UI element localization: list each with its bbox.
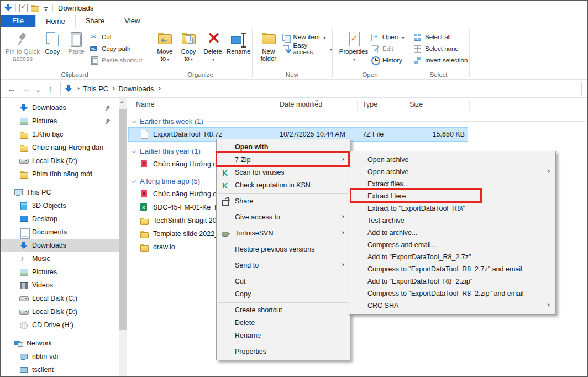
- submenu-item-extract-files[interactable]: Extract files...: [349, 178, 555, 190]
- cube-icon: [19, 201, 28, 210]
- column-divider[interactable]: [277, 101, 277, 110]
- menu-item-scan-for-viruses[interactable]: Scan for viruses: [217, 166, 350, 179]
- menu-item-send-to[interactable]: Send to: [217, 259, 350, 272]
- submenu-item-compress-to-7z-email[interactable]: Compress to "ExportDataTool_R8_2.7z" and…: [349, 263, 555, 275]
- pin-to-quick-access-button[interactable]: Pin to Quick access: [5, 28, 40, 70]
- submenu-item-extract-here[interactable]: Extract Here: [349, 190, 555, 202]
- sidebar-item-pictures[interactable]: Pictures: [1, 265, 119, 279]
- qat-properties-icon[interactable]: [19, 3, 28, 12]
- menu-item-properties[interactable]: Properties: [217, 345, 350, 358]
- qat-new-folder-icon[interactable]: [30, 3, 39, 12]
- paste-shortcut-button[interactable]: Paste shortcut: [90, 54, 143, 66]
- sidebar-item-network[interactable]: Network: [1, 337, 119, 350]
- sidebar-item-this-pc[interactable]: This PC: [1, 186, 119, 199]
- submenu-item-compress-to-zip-email[interactable]: Compress to "ExportDataTool_R8_2.zip" an…: [349, 287, 555, 300]
- menu-item-give-access-to[interactable]: Give access to: [217, 211, 350, 224]
- sidebar-item-nbtin-vdi[interactable]: nbtin-vdi: [1, 350, 119, 363]
- breadcrumb-downloads[interactable]: Downloads: [118, 85, 154, 93]
- submenu-item-open-archive-2[interactable]: Open archive: [349, 166, 555, 178]
- column-divider[interactable]: [357, 101, 358, 110]
- menu-item-rename[interactable]: Rename: [217, 329, 350, 342]
- sidebar-item-phim-tinh-nang[interactable]: Phim tính năng mới: [1, 167, 119, 181]
- submenu-item-add-to-7z[interactable]: Add to "ExportDataTool_R8_2.7z": [349, 251, 555, 263]
- submenu-item-add-to-zip[interactable]: Add to "ExportDataTool_R8_2.zip": [349, 275, 555, 287]
- dropdown-arrow-icon: [401, 34, 404, 40]
- disk-icon: [19, 307, 28, 316]
- submenu-item-extract-to[interactable]: Extract to "ExportDataTool_R8\": [349, 202, 555, 214]
- tab-view[interactable]: View: [114, 15, 150, 27]
- sidebar-item-local-disk-c[interactable]: Local Disk (C:): [1, 292, 119, 305]
- rename-button[interactable]: Rename: [225, 28, 252, 70]
- group-header-earlier-this-week[interactable]: Earlier this week (1): [127, 114, 587, 128]
- open-button[interactable]: Open: [371, 31, 404, 43]
- edit-button[interactable]: Edit: [371, 43, 404, 54]
- sidebar-item-documents[interactable]: Documents: [1, 226, 119, 239]
- easy-access-button[interactable]: Easy access: [282, 43, 332, 54]
- move-to-button[interactable]: ← Move to: [153, 28, 177, 70]
- chevron-right-icon[interactable]: [158, 87, 161, 90]
- menu-item-check-reputation[interactable]: Check reputation in KSN: [217, 179, 350, 192]
- menu-item-open-with[interactable]: Open with: [217, 141, 350, 154]
- sidebar-item-downloads-quick[interactable]: Downloads: [1, 101, 119, 114]
- column-header-size[interactable]: Size: [410, 101, 423, 108]
- submenu-item-test-archive[interactable]: Test archive: [349, 214, 555, 227]
- qat-customize-dropdown-icon[interactable]: [42, 4, 50, 12]
- submenu-item-crc-sha[interactable]: CRC SHA: [349, 300, 555, 312]
- new-folder-button[interactable]: New folder: [256, 28, 281, 70]
- address-bar[interactable]: This PC Downloads: [60, 82, 582, 95]
- menu-item-tortoisesvn[interactable]: TortoiseSVN: [217, 227, 350, 240]
- submenu-item-compress-and-email[interactable]: Compress and email...: [349, 239, 555, 251]
- sidebar-item-local-disk-d2[interactable]: Local Disk (D:): [1, 305, 119, 318]
- tab-home[interactable]: Home: [35, 15, 76, 27]
- chevron-right-icon[interactable]: [76, 87, 80, 90]
- submenu-item-open-archive[interactable]: Open archive: [349, 154, 555, 166]
- forward-icon[interactable]: →: [19, 84, 33, 93]
- sidebar-item-kho-bac[interactable]: 1.Kho bạc: [1, 128, 119, 141]
- history-button[interactable]: History: [371, 54, 404, 66]
- breadcrumb-this-pc[interactable]: This PC: [83, 85, 108, 93]
- submenu-item-add-to-archive[interactable]: Add to archive...: [349, 227, 555, 239]
- copy-to-button[interactable]: Copy to: [177, 28, 201, 70]
- sidebar-item-music[interactable]: Music: [1, 252, 119, 265]
- copy-path-button[interactable]: Copy path: [90, 43, 143, 54]
- sidebar-item-desktop[interactable]: Desktop: [1, 212, 119, 226]
- scrollbar-thumb[interactable]: [119, 109, 127, 330]
- sidebar-item-3d-objects[interactable]: 3D Objects: [1, 199, 119, 212]
- menu-item-cut[interactable]: Cut: [217, 275, 350, 288]
- menu-item-7zip[interactable]: 7-Zip: [217, 154, 350, 166]
- menu-item-restore-previous-versions[interactable]: Restore previous versions: [217, 243, 350, 256]
- recent-locations-dropdown-icon[interactable]: [34, 84, 43, 93]
- menu-item-share[interactable]: Share: [217, 195, 350, 208]
- menu-item-delete[interactable]: Delete: [217, 317, 350, 329]
- new-item-button[interactable]: New item: [282, 31, 332, 43]
- sidebar-item-cd-drive[interactable]: CD Drive (H:): [1, 318, 119, 332]
- sidebar-item-chuc-nang[interactable]: Chức năng Hướng dẫn: [1, 141, 119, 154]
- sidebar-item-downloads[interactable]: Downloads: [1, 239, 119, 252]
- column-divider[interactable]: [469, 101, 470, 110]
- scroll-up-icon[interactable]: [120, 101, 124, 104]
- up-icon[interactable]: ↑: [44, 84, 57, 93]
- select-all-button[interactable]: Select all: [413, 31, 468, 43]
- column-header-type[interactable]: Type: [363, 101, 377, 108]
- sidebar-item-pictures-quick[interactable]: Pictures: [1, 114, 119, 128]
- tab-share[interactable]: Share: [76, 15, 115, 27]
- cut-button[interactable]: Cut: [90, 31, 143, 43]
- delete-button[interactable]: Delete: [201, 28, 225, 70]
- sidebar-scrollbar[interactable]: [119, 98, 127, 376]
- sidebar-item-local-disk-d[interactable]: Local Disk (D:): [1, 154, 119, 167]
- back-icon[interactable]: ←: [5, 84, 18, 93]
- column-header-date-modified[interactable]: Date modified: [280, 101, 322, 108]
- select-none-button[interactable]: Select none: [413, 43, 468, 54]
- menu-item-create-shortcut[interactable]: Create shortcut: [217, 304, 350, 317]
- invert-selection-button[interactable]: Invert selection: [413, 54, 468, 66]
- sidebar-item-tsclient[interactable]: tsclient: [1, 363, 119, 376]
- menu-item-copy[interactable]: Copy: [217, 288, 350, 301]
- copy-button[interactable]: Copy: [40, 28, 65, 70]
- column-divider[interactable]: [403, 101, 403, 110]
- paste-button[interactable]: Paste: [65, 28, 88, 70]
- column-header-name[interactable]: Name: [136, 101, 154, 108]
- tab-file[interactable]: File: [1, 15, 35, 27]
- chevron-right-icon[interactable]: [112, 87, 115, 90]
- properties-button[interactable]: Properties: [337, 28, 371, 70]
- sidebar-item-videos[interactable]: Videos: [1, 279, 119, 292]
